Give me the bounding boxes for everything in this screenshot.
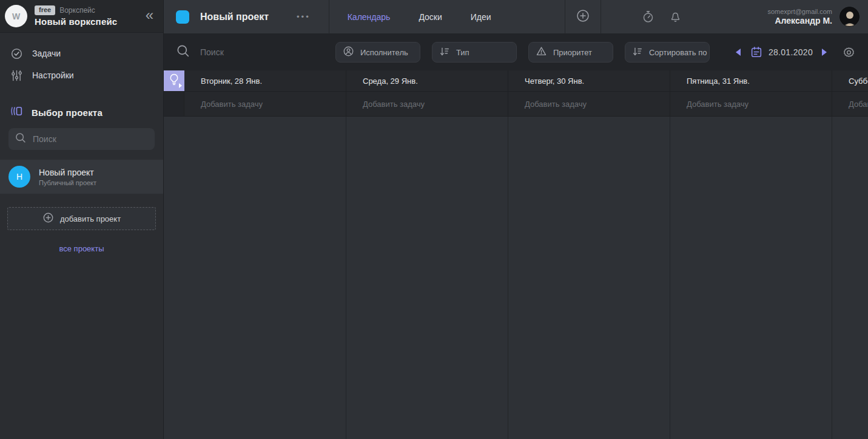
date-navigation: 28.01.2020: [730, 45, 856, 60]
expand-triangle-icon: [179, 83, 182, 88]
day-header: Пятница, 31 Янв.: [670, 70, 832, 91]
workspace-avatar-letter: W: [12, 12, 20, 21]
column-divider: [346, 117, 346, 439]
workspace-type-label: Воркспейс: [59, 6, 95, 15]
add-task-cell[interactable]: Добавить задачу: [832, 92, 868, 116]
assignee-icon: [343, 46, 354, 59]
filter-label: Тип: [456, 48, 469, 57]
user-name: Александр М.: [767, 16, 832, 26]
tab-boards[interactable]: Доски: [419, 12, 442, 22]
plan-badge: free: [35, 5, 55, 15]
project-item-text: Новый проект Публичный проект: [39, 168, 96, 186]
calendar-body[interactable]: [164, 117, 868, 439]
column-divider: [670, 117, 670, 439]
user-avatar[interactable]: [839, 7, 860, 27]
user-email: somexprt@gmail.com: [767, 8, 832, 15]
tab-ideas[interactable]: Идеи: [471, 12, 491, 22]
topbar: Новый проект ••• Календарь Доски Идеи: [164, 0, 868, 34]
day-header: Суббота, 1 Фев.: [832, 70, 868, 91]
all-projects-link[interactable]: все проекты: [0, 244, 163, 253]
current-date[interactable]: 28.01.2020: [769, 47, 813, 57]
project-search-input[interactable]: [33, 134, 149, 144]
filter-type[interactable]: Тип: [432, 42, 517, 63]
filter-sort-by[interactable]: Сортировать по: [625, 42, 710, 63]
priority-warning-icon: [536, 46, 547, 59]
project-section-header: Выбор проекта: [0, 106, 163, 119]
collapse-sidebar-icon[interactable]: «: [143, 8, 156, 25]
workspace-header[interactable]: W free Воркспейс Новый воркспейс «: [0, 0, 163, 33]
task-search[interactable]: [176, 44, 335, 61]
project-list-item[interactable]: Н Новый проект Публичный проект: [0, 160, 163, 194]
project-search[interactable]: [8, 128, 155, 150]
app-root: W free Воркспейс Новый воркспейс «: [0, 0, 868, 439]
calendar-settings-gear-icon[interactable]: [842, 46, 856, 60]
sort-lines-icon: [632, 46, 643, 59]
sidebar-nav: Задачи Настройки: [0, 43, 163, 86]
next-day-arrow[interactable]: [816, 45, 832, 60]
filter-label: Приоритет: [553, 48, 592, 57]
calendar-add-task-row: Добавить задачу Добавить задачу Добавить…: [164, 92, 868, 117]
task-search-input[interactable]: [200, 47, 321, 57]
page-title: Новый проект: [200, 12, 269, 22]
project-color-square: [176, 10, 189, 24]
gutter-spacer: [164, 92, 184, 116]
user-menu[interactable]: somexprt@gmail.com Александр М.: [767, 8, 832, 26]
workspace-name: Новый воркспейс: [35, 16, 143, 27]
prev-day-arrow[interactable]: [730, 45, 746, 60]
boards-icon: [10, 105, 23, 120]
day-header: Вторник, 28 Янв.: [184, 70, 346, 91]
project-item-subtitle: Публичный проект: [39, 179, 96, 186]
filter-label: Исполнитель: [360, 48, 408, 57]
project-item-name: Новый проект: [39, 168, 96, 177]
filter-priority[interactable]: Приоритет: [528, 42, 613, 63]
project-avatar: Н: [8, 166, 30, 188]
add-task-cell[interactable]: Добавить задачу: [670, 92, 832, 116]
filter-assignee[interactable]: Исполнитель: [335, 42, 420, 63]
column-divider: [832, 117, 832, 439]
add-project-button[interactable]: добавить проект: [7, 207, 156, 230]
ideas-gutter-cell[interactable]: [164, 70, 184, 91]
calendar-header-row: Вторник, 28 Янв. Среда, 29 Янв. Четверг,…: [164, 70, 868, 92]
project-section: Выбор проекта Н Новый проект Публичный п…: [0, 106, 163, 253]
sort-lines-icon: [439, 46, 450, 59]
workspace-meta: free Воркспейс Новый воркспейс: [35, 5, 143, 27]
filter-toolbar: Исполнитель Тип: [164, 34, 868, 70]
tab-calendar[interactable]: Календарь: [348, 12, 391, 22]
sliders-icon: [10, 69, 23, 82]
day-header: Четверг, 30 Янв.: [508, 70, 670, 91]
plus-circle-icon: [576, 9, 590, 26]
lightbulb-icon: [168, 73, 180, 89]
main-area: Новый проект ••• Календарь Доски Идеи: [164, 0, 868, 439]
project-menu-dots-icon[interactable]: •••: [297, 12, 311, 21]
sidebar-item-label: Задачи: [32, 49, 61, 58]
add-task-cell[interactable]: Добавить задачу: [184, 92, 346, 116]
sidebar-item-tasks[interactable]: Задачи: [0, 43, 163, 64]
notifications-bell-icon[interactable]: [668, 10, 682, 24]
day-header: Среда, 29 Янв.: [346, 70, 508, 91]
check-circle-icon: [10, 47, 23, 60]
add-project-label: добавить проект: [60, 214, 121, 223]
add-task-button[interactable]: [565, 9, 601, 26]
project-section-title: Выбор проекта: [32, 107, 103, 118]
workspace-avatar: W: [5, 5, 27, 27]
sidebar-item-settings[interactable]: Настройки: [0, 64, 163, 86]
sidebar-item-label: Настройки: [32, 70, 74, 80]
plus-circle-icon: [42, 212, 54, 225]
view-tabs: Календарь Доски Идеи: [348, 12, 491, 22]
column-divider: [508, 117, 508, 439]
timer-icon[interactable]: [641, 10, 655, 24]
add-task-cell[interactable]: Добавить задачу: [508, 92, 670, 116]
divider: [601, 0, 601, 34]
filter-label: Сортировать по: [649, 48, 707, 57]
calendar-icon[interactable]: [750, 46, 763, 59]
add-task-cell[interactable]: Добавить задачу: [346, 92, 508, 116]
filters: Исполнитель Тип: [335, 42, 710, 63]
sidebar: W free Воркспейс Новый воркспейс «: [0, 0, 164, 439]
search-icon: [15, 132, 27, 146]
divider: [329, 0, 329, 34]
search-icon: [176, 44, 190, 61]
